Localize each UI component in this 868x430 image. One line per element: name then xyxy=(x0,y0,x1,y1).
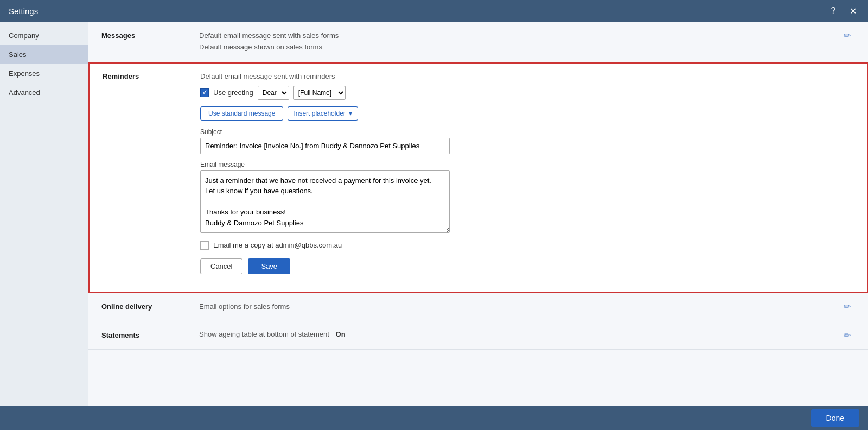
online-delivery-description: Email options for sales forms xyxy=(199,301,839,313)
reminders-default-text: Default email message sent with reminder… xyxy=(200,72,854,80)
sidebar-item-company[interactable]: Company xyxy=(0,26,88,45)
content-area: Messages Default email message sent with… xyxy=(88,22,868,406)
email-message-textarea[interactable]: Just a reminder that we have not receive… xyxy=(200,170,450,233)
online-delivery-edit-button[interactable]: ✏ xyxy=(839,301,855,312)
sidebar-item-sales[interactable]: Sales xyxy=(0,45,88,64)
greeting-checkbox[interactable] xyxy=(200,88,209,97)
email-copy-row: Email me a copy at admin@qbbs.com.au xyxy=(200,241,854,250)
messages-edit-button[interactable]: ✏ xyxy=(839,30,855,41)
greeting-dear-select[interactable]: Dear Hello Hi xyxy=(258,86,289,100)
statements-description: Show ageing table at bottom of statement xyxy=(199,330,329,338)
use-standard-message-button[interactable]: Use standard message xyxy=(200,106,283,121)
reminders-header: Reminders Default email message sent wit… xyxy=(103,72,854,274)
help-button[interactable]: ? xyxy=(827,4,840,17)
close-icon: ✕ xyxy=(850,6,857,16)
action-buttons: Cancel Save xyxy=(200,258,854,274)
greeting-label: Use greeting xyxy=(213,88,253,97)
statements-edit-button[interactable]: ✏ xyxy=(839,330,855,340)
email-message-label: Email message xyxy=(200,161,854,168)
messages-label: Messages xyxy=(101,30,199,40)
messages-section: Messages Default email message sent with… xyxy=(88,22,868,62)
sidebar: Company Sales Expenses Advanced xyxy=(0,22,88,406)
footer: Done xyxy=(0,406,868,430)
insert-placeholder-button[interactable]: Insert placeholder ▾ xyxy=(288,106,358,121)
sidebar-item-expenses[interactable]: Expenses xyxy=(0,64,88,83)
dropdown-arrow-icon: ▾ xyxy=(349,110,352,117)
header: Settings ? ✕ xyxy=(0,0,868,22)
save-button[interactable]: Save xyxy=(248,258,290,274)
messages-line1: Default email message sent with sales fo… xyxy=(199,30,839,42)
greeting-row: Use greeting Dear Hello Hi [Full Name] [… xyxy=(200,86,854,100)
statements-content: Show ageing table at bottom of statement… xyxy=(199,330,839,338)
reminders-label: Reminders xyxy=(103,72,200,80)
statements-section: Statements Show ageing table at bottom o… xyxy=(88,321,868,350)
reminders-section: Reminders Default email message sent wit… xyxy=(88,62,868,293)
online-delivery-label: Online delivery xyxy=(101,301,199,311)
online-delivery-content: Email options for sales forms xyxy=(199,301,839,313)
close-button[interactable]: ✕ xyxy=(846,4,859,17)
statements-value: On xyxy=(336,330,346,338)
sidebar-item-advanced[interactable]: Advanced xyxy=(0,83,88,102)
done-button[interactable]: Done xyxy=(811,409,859,427)
header-icons: ? ✕ xyxy=(827,4,859,17)
buttons-row: Use standard message Insert placeholder … xyxy=(200,106,854,121)
greeting-name-select[interactable]: [Full Name] [First Name] [Last Name] xyxy=(293,86,346,100)
main-container: Company Sales Expenses Advanced Messages… xyxy=(0,22,868,406)
email-copy-checkbox[interactable] xyxy=(200,241,209,250)
cancel-button[interactable]: Cancel xyxy=(200,258,242,274)
reminders-body: Default email message sent with reminder… xyxy=(200,72,854,274)
subject-label: Subject xyxy=(200,128,854,136)
messages-content: Default email message sent with sales fo… xyxy=(199,30,839,53)
statements-label: Statements xyxy=(101,330,199,339)
help-icon: ? xyxy=(831,6,836,16)
messages-line2: Default message shown on sales forms xyxy=(199,42,839,53)
subject-input[interactable] xyxy=(200,138,450,154)
online-delivery-section: Online delivery Email options for sales … xyxy=(88,293,868,322)
header-title: Settings xyxy=(9,7,38,16)
email-copy-label: Email me a copy at admin@qbbs.com.au xyxy=(213,241,342,249)
